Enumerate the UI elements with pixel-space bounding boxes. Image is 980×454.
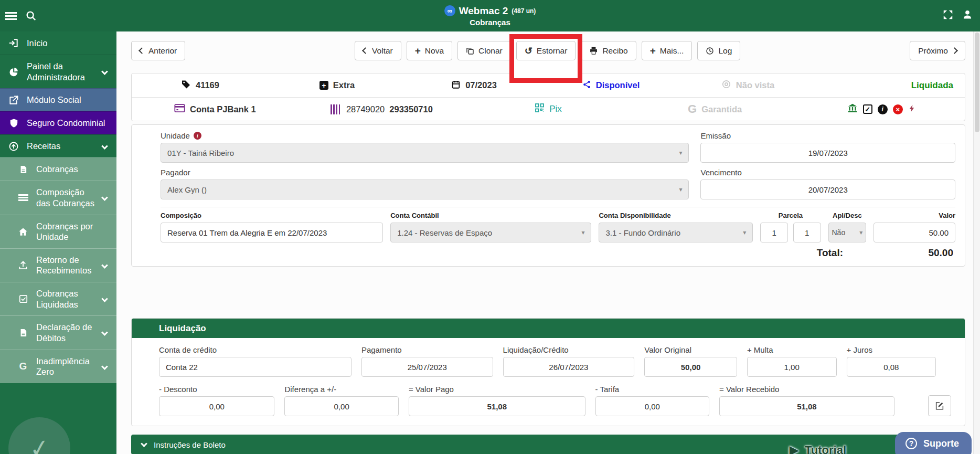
sidebar-item-seguro-condominial[interactable]: Seguro Condominial xyxy=(0,111,116,134)
sidebar-item-modulo-social[interactable]: Módulo Social xyxy=(0,88,116,111)
tarifa-label: - Tarifa xyxy=(595,385,709,394)
col-header-parcela: Parcela xyxy=(760,212,821,223)
edit-button[interactable] xyxy=(928,395,951,416)
vencimento-input[interactable] xyxy=(700,180,955,199)
col-header-composicao: Composição xyxy=(161,212,383,223)
chevron-down-icon xyxy=(141,440,147,447)
log-button[interactable]: Log xyxy=(697,41,740,60)
valor-recebido-label: = Valor Recebido xyxy=(719,385,894,394)
valor-original-input[interactable] xyxy=(644,357,737,377)
tutorial-button[interactable]: ▶ Tutorial xyxy=(790,444,846,454)
anterior-button[interactable]: Anterior xyxy=(131,41,185,60)
sidebar-item-cobrancas-liquidadas[interactable]: Cobranças Liquidadas xyxy=(0,282,116,315)
upload-icon xyxy=(17,260,29,270)
info-circle-icon[interactable]: i xyxy=(878,104,888,114)
cancel-circle-icon[interactable]: × xyxy=(893,104,903,114)
charge-type: + Extra xyxy=(269,80,406,90)
scrollbar[interactable] xyxy=(973,31,980,454)
sidebar-item-receitas[interactable]: Receitas xyxy=(0,134,116,157)
desconto-label: - Desconto xyxy=(159,385,274,394)
printer-icon xyxy=(589,46,598,55)
sidebar-item-inadimplencia-zero[interactable]: G Inadimplência Zero xyxy=(0,350,116,383)
diferenca-input[interactable] xyxy=(284,396,398,416)
valor-pago-input[interactable] xyxy=(409,396,585,416)
garantida-indicator: G Garantida xyxy=(632,102,798,116)
conta-disponibilidade-select[interactable]: 3.1 - Fundo Ordinário ▾ xyxy=(599,223,753,242)
valor-recebido-input[interactable] xyxy=(719,396,894,416)
sidebar-item-declaracao-debitos[interactable]: Declaração de Débitos xyxy=(0,315,116,349)
sidebar-item-cobrancas-por-unidade[interactable]: Cobranças por Unidade xyxy=(0,215,116,248)
diferenca-label: Diferença a +/- xyxy=(284,385,398,394)
valor-pago-label: = Valor Pago xyxy=(409,385,585,394)
nova-button[interactable]: + Nova xyxy=(407,41,452,60)
share-icon xyxy=(582,80,591,91)
company-logo-badge: ✓ xyxy=(8,417,70,454)
voltar-button[interactable]: Voltar xyxy=(355,41,401,60)
search-icon[interactable] xyxy=(25,10,37,22)
credit-card-icon xyxy=(174,103,185,115)
multa-label: + Multa xyxy=(747,345,837,354)
seen-status: Não vista xyxy=(679,79,816,91)
tarifa-input[interactable] xyxy=(595,396,709,416)
webmac-logo-icon: ∞ xyxy=(444,5,455,16)
pagador-select[interactable]: Alex Gyn () ▾ xyxy=(161,180,689,199)
eye-icon xyxy=(721,79,731,91)
proximo-button[interactable]: Próximo xyxy=(910,41,965,60)
conta-credito-label: Conta de crédito xyxy=(159,345,351,354)
edit-icon xyxy=(935,401,944,410)
menu-icon[interactable] xyxy=(5,12,17,20)
info-tooltip-icon[interactable]: i xyxy=(194,132,201,140)
lightning-icon[interactable] xyxy=(908,103,916,115)
emissao-input[interactable] xyxy=(700,143,955,163)
toolbar: Anterior Voltar + Nova Clonar ↺ Estornar xyxy=(131,41,965,60)
juros-input[interactable] xyxy=(847,357,936,377)
conta-credito-input[interactable] xyxy=(159,357,351,377)
caret-down-icon: ▾ xyxy=(859,229,862,236)
play-icon: ▶ xyxy=(790,444,798,454)
unidade-label-row: Unidade i xyxy=(161,131,689,140)
estornar-button[interactable]: ↺ Estornar xyxy=(516,41,576,60)
shield-icon xyxy=(7,118,20,129)
vencimento-label: Vencimento xyxy=(700,168,955,177)
desconto-input[interactable] xyxy=(159,396,274,416)
expand-icon[interactable] xyxy=(942,9,954,23)
user-icon[interactable] xyxy=(962,9,973,23)
pagamento-input[interactable] xyxy=(361,357,493,377)
barcode-number: 28749020293350710 xyxy=(299,104,465,114)
liquidacao-credito-input[interactable] xyxy=(503,357,635,377)
undo-icon: ↺ xyxy=(525,46,532,56)
file-icon xyxy=(17,164,29,175)
sidebar-item-retorno-recebimentos[interactable]: Retorno de Recebimentos xyxy=(0,248,116,282)
barcode-icon xyxy=(331,104,342,114)
composicao-input[interactable] xyxy=(161,223,383,242)
sidebar-item-inicio[interactable]: Início xyxy=(0,31,116,55)
pie-chart-icon xyxy=(7,67,20,77)
scrollbar-thumb[interactable] xyxy=(975,33,979,132)
chevron-down-icon xyxy=(101,143,108,150)
mais-button[interactable]: + Mais... xyxy=(642,41,693,60)
parcela-input-2[interactable] xyxy=(793,223,821,242)
chevron-left-icon xyxy=(140,48,144,53)
apl-desc-select[interactable]: Não ▾ xyxy=(828,223,867,242)
quick-actions: ✓ i × xyxy=(798,103,965,115)
sidebar-item-cobrancas[interactable]: Cobranças xyxy=(0,157,116,181)
multa-input[interactable] xyxy=(747,357,837,377)
sidebar-item-composicao-cobrancas[interactable]: Composição das Cobranças xyxy=(0,181,116,214)
bank-icon[interactable] xyxy=(847,103,858,115)
unidade-select[interactable]: 01Y - Tainá Ribeiro ▾ xyxy=(161,143,689,163)
suporte-button[interactable]: ? Suporte xyxy=(895,432,972,454)
conta-contabil-select[interactable]: 1.24 - Reservas de Espaço ▾ xyxy=(390,223,591,242)
plus-square-icon: + xyxy=(319,81,328,90)
chevron-down-icon xyxy=(101,363,108,370)
sidebar-nav: Início Painel da Administradora Módulo S… xyxy=(0,31,116,454)
checkbox-checked-icon[interactable]: ✓ xyxy=(863,104,872,114)
clonar-button[interactable]: Clonar xyxy=(457,41,511,60)
copy-icon xyxy=(466,47,474,55)
recibo-button[interactable]: Recibo xyxy=(581,41,636,60)
plus-icon: + xyxy=(650,46,656,56)
sidebar-item-label: Cobranças Liquidadas xyxy=(36,288,95,310)
parcela-input-1[interactable] xyxy=(760,223,788,242)
valor-input[interactable] xyxy=(874,223,955,242)
sidebar-item-label: Inadimplência Zero xyxy=(36,356,95,377)
sidebar-item-painel-administradora[interactable]: Painel da Administradora xyxy=(0,55,116,88)
